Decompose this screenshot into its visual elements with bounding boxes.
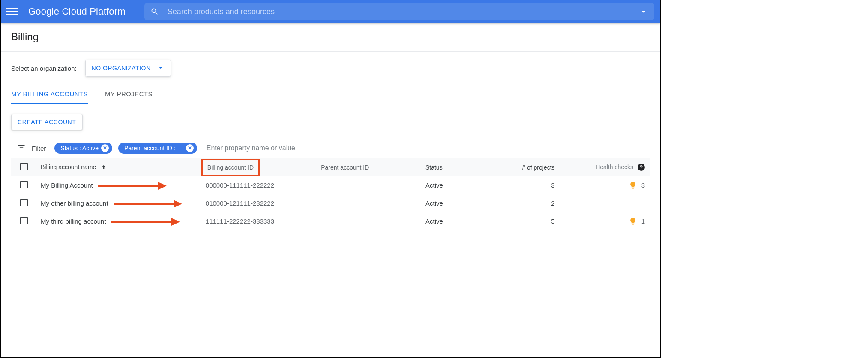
col-header-status[interactable]: Status (421, 158, 503, 176)
parent-id: — (317, 194, 421, 212)
parent-id: — (317, 176, 421, 194)
annotation-arrow (98, 181, 167, 192)
filter-icon[interactable] (17, 143, 26, 153)
tab-my-billing-accounts[interactable]: MY BILLING ACCOUNTS (11, 86, 88, 104)
search-box[interactable] (144, 3, 654, 20)
org-selector-label: Select an organization: (11, 65, 77, 72)
tab-my-projects[interactable]: MY PROJECTS (105, 86, 153, 104)
account-name[interactable]: My other billing account (41, 200, 108, 207)
health-cell: 3 (572, 181, 645, 190)
create-account-button[interactable]: CREATE ACCOUNT (11, 114, 83, 130)
billing-accounts-table-wrap: Filter Status : Active ✕ Parent account … (1, 138, 660, 232)
health-count: 3 (641, 182, 645, 189)
account-name[interactable]: My third billing account (41, 218, 106, 225)
org-selector-dropdown[interactable]: NO ORGANIZATION (85, 60, 171, 77)
top-app-bar: Google Cloud Platform (1, 0, 660, 23)
col-header-parent[interactable]: Parent account ID (317, 158, 421, 176)
health-cell (572, 199, 645, 208)
filter-bar: Filter Status : Active ✕ Parent account … (11, 138, 650, 158)
project-count: 3 (503, 176, 567, 194)
filter-chip-label: Parent account ID : — (124, 145, 183, 152)
filter-chip-label: Status : Active (60, 145, 99, 152)
svg-marker-1 (158, 182, 167, 190)
annotation-arrow (111, 217, 180, 228)
page-header: Billing (1, 23, 660, 52)
account-id: 000000-111111-222222 (201, 176, 317, 194)
account-id: 010000-121111-232222 (201, 194, 317, 212)
page-title: Billing (11, 31, 650, 43)
table-row: My third billing account 111111-222222-3… (11, 212, 650, 230)
chevron-down-icon[interactable] (639, 7, 648, 16)
status: Active (421, 212, 503, 230)
filter-chip-parent[interactable]: Parent account ID : — ✕ (118, 143, 197, 154)
lightbulb-icon[interactable] (629, 217, 637, 226)
col-header-id[interactable]: Billing account ID (201, 158, 317, 176)
svg-marker-3 (174, 200, 182, 208)
status: Active (421, 194, 503, 212)
tabs: MY BILLING ACCOUNTS MY PROJECTS (1, 86, 660, 104)
col-header-name[interactable]: Billing account name (36, 158, 201, 176)
menu-icon[interactable] (6, 6, 18, 18)
close-icon[interactable]: ✕ (186, 144, 194, 152)
close-icon[interactable]: ✕ (101, 144, 109, 152)
health-cell: 1 (572, 217, 645, 226)
organization-row: Select an organization: NO ORGANIZATION (1, 52, 660, 86)
arrow-up-icon (98, 164, 107, 170)
help-icon[interactable]: ? (638, 164, 645, 171)
billing-accounts-table: Billing account name Billing account ID … (11, 158, 650, 230)
project-count: 5 (503, 212, 567, 230)
filter-chip-status[interactable]: Status : Active ✕ (54, 143, 112, 154)
product-logo[interactable]: Google Cloud Platform (28, 6, 126, 17)
select-all-cell (11, 158, 36, 176)
filter-label: Filter (32, 145, 46, 152)
row-checkbox[interactable] (20, 181, 28, 188)
svg-marker-5 (171, 218, 180, 226)
org-selected-value: NO ORGANIZATION (92, 65, 151, 72)
col-header-health[interactable]: Health checks ? (568, 158, 650, 176)
dropdown-arrow-icon (157, 64, 165, 73)
account-id: 111111-222222-333333 (201, 212, 317, 230)
search-icon (150, 7, 159, 16)
account-name[interactable]: My Billing Account (41, 182, 93, 189)
table-row: My other billing account 010000-121111-2… (11, 194, 650, 212)
lightbulb-icon[interactable] (629, 181, 637, 190)
health-count: 1 (641, 218, 645, 225)
parent-id: — (317, 212, 421, 230)
search-input[interactable] (168, 7, 630, 16)
row-checkbox[interactable] (20, 199, 28, 206)
filter-input[interactable] (203, 144, 649, 152)
col-header-projects[interactable]: # of projects (503, 158, 567, 176)
project-count: 2 (503, 194, 567, 212)
table-row: My Billing Account 000000-111111-222222 … (11, 176, 650, 194)
table-header-row: Billing account name Billing account ID … (11, 158, 650, 176)
status: Active (421, 176, 503, 194)
annotation-arrow (114, 199, 182, 210)
row-checkbox[interactable] (20, 217, 28, 224)
select-all-checkbox[interactable] (20, 163, 28, 170)
actions-row: CREATE ACCOUNT (1, 104, 660, 138)
